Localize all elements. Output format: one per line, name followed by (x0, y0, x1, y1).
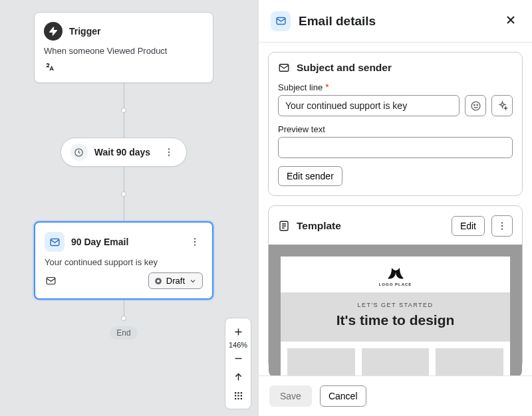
svg-point-13 (237, 391, 239, 393)
svg-point-6 (194, 238, 196, 239)
details-panel: Email details Subject and sender Subject… (258, 0, 532, 416)
email-icon (45, 232, 65, 252)
draft-status-icon (154, 277, 162, 285)
zoom-level: 146% (229, 341, 247, 349)
svg-point-18 (234, 397, 236, 399)
plus-icon (233, 326, 244, 338)
template-logo: LOGO PLACE (281, 257, 510, 292)
trigger-title: Trigger (69, 26, 100, 37)
preview-text-input[interactable] (278, 137, 513, 158)
status-select[interactable]: Draft (148, 272, 203, 289)
svg-point-25 (476, 104, 477, 105)
section-heading: Subject and sender (297, 62, 392, 74)
email-icon (271, 11, 291, 31)
arrow-up-icon (233, 371, 244, 383)
email-outline-icon (45, 275, 57, 287)
cancel-button[interactable]: Cancel (320, 385, 366, 407)
edit-sender-button[interactable]: Edit sender (278, 166, 342, 186)
svg-point-17 (240, 395, 242, 397)
status-label: Draft (166, 276, 185, 286)
svg-point-15 (234, 395, 236, 397)
template-section: Template Edit LOGO PLACE LET'S GET START… (268, 205, 523, 369)
edit-template-button[interactable]: Edit (452, 216, 485, 236)
grid-view-button[interactable] (225, 386, 251, 405)
subject-input[interactable] (278, 95, 460, 116)
svg-point-29 (501, 228, 503, 229)
template-column-placeholder (287, 348, 355, 375)
email-node-title: 90 Day Email (71, 237, 128, 247)
svg-point-8 (194, 244, 196, 245)
template-more-button[interactable] (491, 215, 513, 237)
template-column-placeholder (362, 348, 430, 375)
minus-icon (233, 353, 244, 364)
trigger-card[interactable]: Trigger When someone Viewed Product (34, 12, 213, 83)
template-preview[interactable]: LOGO PLACE LET'S GET STARTED It's time t… (269, 245, 522, 375)
chevron-down-icon (189, 277, 197, 285)
close-icon (504, 13, 517, 27)
more-vertical-icon (164, 147, 174, 157)
svg-point-24 (473, 104, 474, 105)
wait-more-button[interactable] (161, 144, 177, 160)
trigger-description: When someone Viewed Product (44, 46, 203, 56)
svg-point-7 (194, 241, 196, 243)
svg-point-11 (157, 279, 160, 282)
template-logo-text: LOGO PLACE (379, 282, 412, 286)
panel-title: Email details (299, 14, 376, 29)
ai-generate-button[interactable] (491, 95, 513, 116)
svg-point-23 (471, 102, 480, 110)
template-headline: It's time to design (281, 312, 510, 328)
svg-point-28 (501, 225, 503, 227)
zoom-in-button[interactable] (225, 322, 251, 341)
emoji-button[interactable] (465, 95, 486, 116)
subject-sender-section: Subject and sender Subject line * Previe… (268, 52, 523, 196)
emoji-icon (470, 100, 481, 112)
sparkle-icon (497, 100, 508, 112)
svg-point-2 (168, 148, 170, 150)
svg-point-19 (237, 397, 239, 399)
email-node-subtitle: Your continued support is key (45, 257, 203, 267)
template-column-placeholder (436, 348, 503, 375)
required-indicator: * (325, 82, 329, 92)
lightning-icon (44, 22, 63, 41)
preview-text-label: Preview text (278, 124, 325, 134)
svg-point-20 (240, 397, 242, 399)
close-panel-button[interactable] (501, 11, 520, 31)
svg-point-12 (234, 391, 236, 393)
email-outline-icon (278, 62, 290, 74)
save-button[interactable]: Save (269, 385, 312, 407)
grid-icon (233, 391, 243, 401)
svg-point-14 (240, 391, 242, 393)
svg-point-3 (168, 152, 170, 153)
zoom-out-button[interactable] (225, 349, 251, 367)
svg-point-16 (237, 395, 239, 397)
clock-icon (70, 144, 88, 161)
wait-node[interactable]: Wait 90 days (61, 138, 187, 167)
zoom-controls: 146% (225, 318, 251, 409)
email-node-more-button[interactable] (187, 234, 203, 250)
more-vertical-icon (190, 237, 200, 247)
svg-point-27 (501, 222, 503, 223)
template-icon (278, 220, 290, 232)
svg-marker-0 (50, 27, 57, 35)
svg-point-4 (168, 154, 170, 156)
more-vertical-icon (497, 221, 507, 231)
reset-view-button[interactable] (225, 367, 251, 386)
end-node: End (110, 326, 137, 340)
workflow-canvas[interactable]: Trigger When someone Viewed Product Wait… (0, 0, 258, 416)
subject-label: Subject line (278, 82, 323, 92)
svg-rect-9 (47, 278, 55, 284)
template-kicker: LET'S GET STARTED (281, 302, 510, 308)
translate-icon (44, 61, 56, 73)
wait-title: Wait 90 days (94, 147, 150, 157)
section-heading: Template (297, 220, 341, 232)
email-node-card[interactable]: 90 Day Email Your continued support is k… (34, 221, 213, 300)
